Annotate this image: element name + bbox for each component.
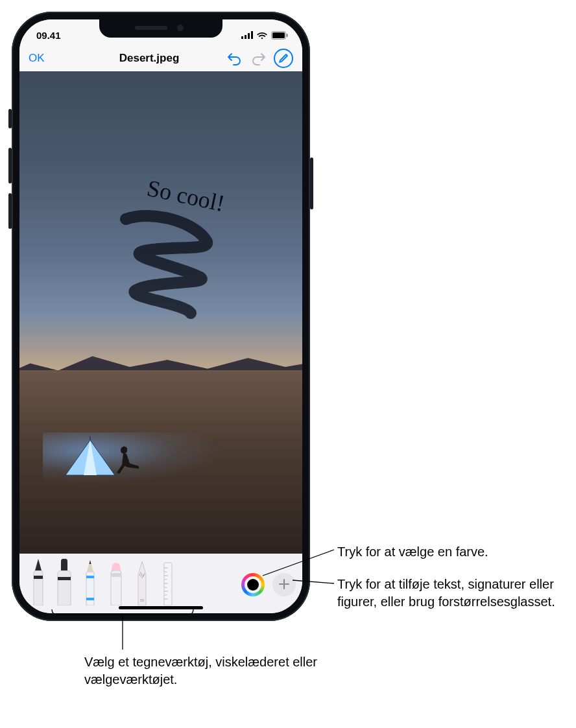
svg-rect-11 — [86, 598, 94, 600]
annotation-scribble[interactable] — [113, 206, 223, 323]
callout-tools: Vælg et tegneværktøj, viskelæderet eller… — [84, 653, 318, 688]
status-time: 09.41 — [36, 30, 61, 41]
svg-rect-10 — [86, 576, 94, 578]
ruler-tool[interactable] — [156, 555, 180, 605]
marker-tool[interactable] — [52, 555, 77, 605]
toolbar-right-group — [241, 573, 296, 605]
svg-rect-5 — [272, 32, 285, 38]
pencil-tool[interactable] — [78, 555, 102, 605]
plus-icon — [278, 575, 291, 595]
svg-rect-6 — [287, 34, 288, 37]
callout-color: Tryk for at vælge en farve. — [337, 543, 488, 561]
svg-text:50: 50 — [140, 598, 145, 602]
lasso-tool[interactable]: 50 — [130, 555, 154, 605]
svg-rect-1 — [245, 35, 246, 39]
status-right — [241, 31, 288, 40]
page-title: Desert.jpeg — [79, 52, 219, 65]
phone-frame: 09.41 — [12, 12, 310, 621]
undo-button[interactable] — [224, 49, 244, 68]
markup-toolbar: 50 — [19, 554, 302, 613]
done-button[interactable]: OK — [29, 52, 54, 65]
add-button[interactable] — [272, 573, 296, 596]
screen: 09.41 — [19, 19, 302, 613]
volume-down-button — [8, 193, 12, 229]
photo-person — [115, 445, 141, 476]
svg-rect-9 — [58, 577, 71, 580]
cellular-icon — [241, 31, 253, 39]
eraser-tool[interactable] — [104, 555, 128, 605]
power-button — [310, 158, 313, 209]
svg-rect-0 — [241, 36, 243, 39]
current-color-swatch — [247, 579, 259, 591]
volume-up-button — [8, 148, 12, 183]
markup-button[interactable] — [274, 49, 293, 68]
battery-icon — [271, 31, 288, 40]
nav-bar: OK Desert.jpeg — [19, 45, 302, 71]
redo-button[interactable] — [249, 49, 269, 68]
canvas[interactable]: So cool! — [19, 71, 302, 554]
callout-add: Tryk for at tilføje tekst, signaturer el… — [337, 576, 571, 611]
notch — [99, 19, 222, 38]
mute-switch — [8, 109, 12, 128]
svg-rect-2 — [248, 33, 250, 39]
svg-rect-8 — [34, 576, 43, 579]
svg-rect-12 — [111, 573, 121, 577]
drawing-tools-group: 50 — [26, 555, 180, 605]
home-indicator[interactable] — [119, 606, 203, 609]
wifi-icon — [256, 31, 268, 40]
pen-tool[interactable] — [26, 555, 51, 605]
color-picker-button[interactable] — [241, 573, 265, 596]
photo-tent — [59, 436, 121, 476]
svg-rect-3 — [251, 31, 253, 39]
